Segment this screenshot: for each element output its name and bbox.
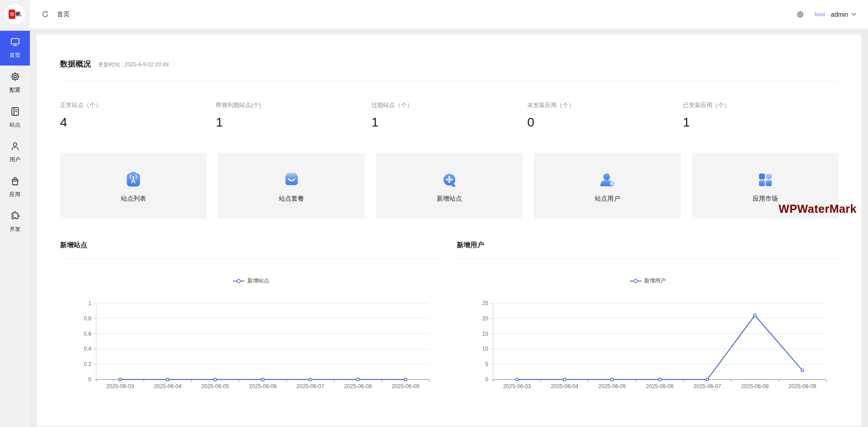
chart-new-sites: 新增站点 新增站点 00.20.40.60.812025-06-032025-0… [60,241,442,395]
divider [60,258,442,259]
legend-label: 新增用户 [644,277,666,285]
sidebar-item-label: 站点 [0,121,30,129]
stat-value: 1 [216,115,371,130]
line-chart-new-users: 05101520252025-06-032025-06-042025-06-05… [457,289,839,395]
stat-expiring-sites: 即将到期站点(个) 1 [216,101,371,130]
main-area: 首页 loioi admin 数据概况 更新时间 : 2025-6-9 02:2… [30,0,868,427]
stat-normal-sites: 正常站点（个） 4 [60,101,216,130]
stat-label: 即将到期站点(个) [216,101,371,109]
chart-legend[interactable]: 新增用户 [457,277,839,285]
sidebar-nav: 首页 配置 站点 用户 [0,31,30,239]
stat-value: 0 [527,115,683,130]
sidebar-item-label: 应用 [0,191,30,198]
content: 数据概况 更新时间 : 2025-6-9 02:20:49 正常站点（个） 4 … [30,28,868,427]
add-site-icon [439,169,460,190]
gear-icon [796,10,804,19]
shortcut-label: 新增站点 [437,195,462,203]
svg-text:0.8: 0.8 [84,315,91,322]
svg-text:2025-06-09: 2025-06-09 [392,383,420,389]
user-icon [10,141,20,151]
sidebar-item-label: 用户 [0,156,30,164]
svg-text:2025-06-05: 2025-06-05 [598,383,626,389]
shortcut-site-users[interactable]: 站点用户 [534,153,680,219]
stat-value: 1 [372,115,527,130]
dashboard-panel: 数据概况 更新时间 : 2025-6-9 02:20:49 正常站点（个） 4 … [36,34,862,427]
sidebar-item-label: 开发 [0,225,30,233]
stat-expired-sites: 过期站点（个） 1 [372,101,527,130]
sidebar-item-users[interactable]: 用户 [0,135,30,170]
dev-puzzle-icon [10,211,20,221]
svg-text:2025-06-04: 2025-06-04 [154,383,182,389]
home-monitor-icon [10,37,20,47]
watermark-text: WPWaterMark [778,202,857,216]
svg-text:0.4: 0.4 [84,346,91,352]
svg-text:0.2: 0.2 [84,361,91,367]
settings-button[interactable] [796,10,804,19]
stat-label: 正常站点（个） [60,101,216,109]
svg-text:2025-06-03: 2025-06-03 [106,383,134,389]
overview-header: 数据概况 更新时间 : 2025-6-9 02:20:49 [60,59,839,69]
stat-label: 过期站点（个） [372,101,527,109]
svg-text:1: 1 [88,300,91,306]
refresh-icon [42,11,49,18]
sidebar-item-label: 配置 [0,86,30,94]
app-root: 创 帆 首页 配置 站点 [0,0,868,427]
stat-installed-apps: 已安装应用（个） 1 [683,101,839,130]
svg-text:2025-06-06: 2025-06-06 [249,383,277,389]
stat-label: 未安装应用（个） [527,101,683,109]
sites-list-icon [10,106,20,117]
user-menu[interactable]: admin [831,11,848,18]
page-title: 数据概况 [60,59,91,69]
topbar: 首页 loioi admin [30,0,868,28]
app-logo[interactable]: 创 帆 [5,4,25,24]
site-list-icon [123,169,144,190]
svg-text:2025-06-07: 2025-06-07 [693,383,721,389]
sidebar-item-config[interactable]: 配置 [0,66,30,100]
app-market-icon [755,169,776,190]
sidebar-item-home[interactable]: 首页 [0,31,30,66]
shortcut-site-package[interactable]: 站点套餐 [218,153,364,219]
shortcut-label: 站点套餐 [279,195,304,203]
breadcrumb: 首页 [57,10,70,19]
svg-text:2025-06-06: 2025-06-06 [646,383,674,389]
chart-legend[interactable]: 新增站点 [60,277,442,285]
mini-brand-text: loioi [814,11,826,18]
site-package-icon [281,169,302,190]
app-bag-icon [10,176,20,186]
chart-new-users: 新增用户 新增用户 05101520252025-06-032025-06-04… [457,241,839,395]
svg-text:2025-06-03: 2025-06-03 [503,383,531,389]
stat-label: 已安装应用（个） [683,101,839,109]
svg-text:10: 10 [482,346,488,352]
divider [60,80,839,80]
svg-text:2025-06-04: 2025-06-04 [551,383,579,389]
stat-value: 4 [60,115,216,130]
site-user-icon [597,169,618,190]
shortcut-label: 站点用户 [594,195,620,203]
chevron-down-icon[interactable] [851,13,856,16]
svg-text:2025-06-07: 2025-06-07 [297,383,325,389]
legend-line-marker-icon [233,279,245,283]
svg-text:0: 0 [485,376,488,383]
gear-icon [10,71,20,82]
svg-text:5: 5 [485,361,488,367]
legend-label: 新增站点 [247,277,269,285]
shortcut-site-list[interactable]: 站点列表 [60,153,207,219]
svg-text:0.6: 0.6 [84,331,91,337]
shortcuts-row: 站点列表 站点套餐 [60,153,839,219]
svg-text:2025-06-08: 2025-06-08 [344,383,372,389]
line-chart-new-sites: 00.20.40.60.812025-06-032025-06-042025-0… [60,289,442,395]
sidebar-item-dev[interactable]: 开发 [0,205,30,239]
refresh-button[interactable] [42,11,49,18]
charts-row: 新增站点 新增站点 00.20.40.60.812025-06-032025-0… [60,241,839,395]
stat-uninstalled-apps: 未安装应用（个） 0 [527,101,683,130]
sidebar: 创 帆 首页 配置 站点 [0,0,30,427]
svg-text:2025-06-05: 2025-06-05 [201,383,229,389]
stats-row: 正常站点（个） 4 即将到期站点(个) 1 过期站点（个） 1 未安装应用（个）… [60,101,839,130]
shortcut-label: 应用市场 [753,195,778,203]
sidebar-item-sites[interactable]: 站点 [0,100,30,135]
sidebar-item-apps[interactable]: 应用 [0,170,30,205]
svg-text:2025-06-08: 2025-06-08 [741,383,769,389]
shortcut-label: 站点列表 [121,195,146,203]
svg-text:20: 20 [482,315,488,322]
shortcut-add-site[interactable]: 新增站点 [376,153,523,219]
